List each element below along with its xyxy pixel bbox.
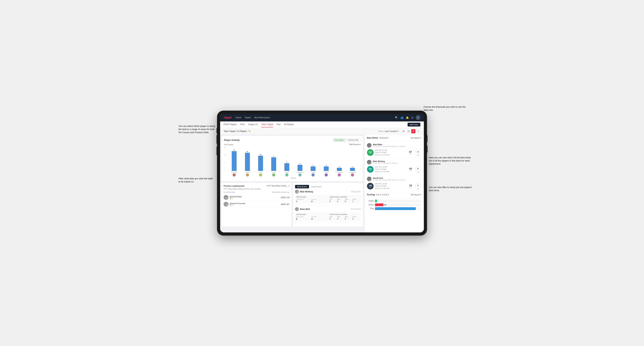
edit-icon[interactable]: ✏️ bbox=[248, 130, 251, 133]
chevron-down-icon: ▾ bbox=[388, 137, 388, 139]
tablet-side-button-2[interactable] bbox=[427, 146, 428, 153]
rounds-practice-label-2: Practice bbox=[312, 216, 326, 218]
bar-group-6[interactable]: 3 bbox=[307, 165, 320, 171]
plus-circle-icon[interactable]: ⊕ bbox=[411, 116, 413, 119]
view-icons: ⊞ ⊟ ♥ ≡ bbox=[402, 129, 420, 133]
tab-pgat-players[interactable]: PGAT Players bbox=[224, 122, 237, 127]
shot-item-1[interactable]: Matt Miller 09 Jun 2023 · Royal North De… bbox=[364, 141, 424, 158]
leaderboard-row-2[interactable]: Edward Crossman 🥈 2 18/20 107 bbox=[224, 201, 290, 208]
shot-1-chevron-icon: › bbox=[420, 144, 422, 147]
nav-home[interactable]: Home bbox=[236, 116, 241, 120]
player-pb-score-2: 18/20 bbox=[281, 203, 286, 205]
tab-team-clippd[interactable]: Team Clippd bbox=[261, 122, 273, 127]
most-active-tab[interactable]: Most Active bbox=[295, 185, 309, 188]
leaderboard-subtitle: PUTT Must Make Putting (3-6 ft), Last 3 … bbox=[224, 188, 290, 190]
nav-my-performance[interactable]: My Performance bbox=[254, 116, 270, 120]
tab-all-players[interactable]: All Players bbox=[284, 122, 294, 127]
x-label-group-9: L. Robertson bbox=[346, 172, 359, 176]
x-label-group-7: M. Miller bbox=[320, 172, 332, 176]
total-rounds-label-2: Total Rounds bbox=[296, 213, 326, 215]
bar-group-7[interactable]: 3 bbox=[320, 165, 332, 171]
shot-item-2[interactable]: Blair McHarg 23 Jul 2023 · Ashridge GC, … bbox=[364, 158, 424, 175]
player-name-1: Richard Butler bbox=[230, 195, 242, 198]
x-avatar-5 bbox=[298, 173, 302, 176]
timescale-dropdown[interactable]: Last 3 months ▾ bbox=[385, 130, 398, 132]
x-axis: B. McHargR. BrittD. FordJ. ColesE. Ebert… bbox=[226, 171, 360, 176]
bar-group-4[interactable]: 5 bbox=[280, 161, 293, 171]
chevron-down-icon: ▾ bbox=[397, 130, 398, 132]
tablet-power-button[interactable] bbox=[216, 128, 217, 133]
player-activity-card: Player Activity On Course Practice Drill… bbox=[222, 136, 363, 181]
player-details-1: Richard Butler 🏅 1 bbox=[230, 195, 242, 199]
shot-3-player-detail: 24 Aug 2023 · Royal North Devon GC, Hole… bbox=[373, 179, 419, 181]
putt-header-2: PUTT bbox=[352, 216, 360, 218]
pars-bar-container: 499 bbox=[375, 207, 422, 210]
bar-group-8[interactable]: 2 bbox=[333, 166, 346, 171]
bar-rect-8 bbox=[337, 168, 342, 171]
add-team-button[interactable]: Add Team bbox=[408, 123, 420, 127]
app-logo: clippd bbox=[224, 116, 231, 119]
bar-group-9[interactable]: 2 bbox=[346, 166, 359, 171]
shot-3-stat-1: 16 yds bbox=[408, 184, 414, 188]
least-active-tab[interactable]: Least Active bbox=[309, 185, 324, 188]
shot-2-stat-2: 0 yds bbox=[415, 166, 422, 173]
users-icon[interactable]: 👥 bbox=[400, 116, 404, 119]
view-grid2-button[interactable]: ⊟ bbox=[406, 129, 410, 133]
bell-icon[interactable]: 🔔 bbox=[406, 116, 409, 119]
rounds-data-2: Tournament Practice 8 4 bbox=[296, 216, 326, 220]
page-wrapper: Choose the timescale you wish to see the… bbox=[217, 111, 427, 236]
eagles-label: Eagles bbox=[367, 200, 374, 202]
scoring-title: Scoring bbox=[367, 193, 375, 196]
shot-2-stats: 200 SG Shot Dist: 43 ydsStart Lie: Rough… bbox=[367, 166, 422, 173]
bar-group-3[interactable]: 9 bbox=[268, 155, 280, 171]
tablet-side-button-1[interactable] bbox=[427, 135, 428, 142]
shot-2-player-name: Blair McHarg bbox=[373, 160, 419, 162]
bottom-cards: Practice Leaderboards PUTT Must Make Put… bbox=[222, 183, 363, 227]
app-value-2: 0 bbox=[337, 218, 344, 220]
rounds-practice-value-2: 4 bbox=[312, 218, 326, 220]
bar-value-7: 3 bbox=[326, 165, 326, 166]
bar-group-0[interactable]: 13 bbox=[228, 149, 240, 171]
scoring-filter-dropdown[interactable]: Par 3, 4 & 5s ▾ bbox=[376, 193, 389, 196]
x-avatar-8 bbox=[338, 173, 341, 176]
bar-rect-1 bbox=[245, 153, 250, 171]
shot-item-3[interactable]: David Ford 24 Aug 2023 · Royal North Dev… bbox=[364, 175, 424, 192]
view-grid4-button[interactable]: ⊞ bbox=[402, 129, 406, 133]
tablet-volume-down-button[interactable] bbox=[216, 147, 217, 155]
rounds-practice-value-1: 6 bbox=[312, 200, 326, 202]
user-avatar[interactable]: 👤 bbox=[416, 115, 420, 120]
view-heart-button[interactable]: ♥ bbox=[411, 129, 416, 133]
team-header: Team Clippd | 14 Players ✏️ Show: Last 3… bbox=[220, 128, 424, 135]
arg-header-2: ARG bbox=[345, 216, 352, 218]
bar-value-3: 9 bbox=[273, 155, 274, 157]
x-avatar-3 bbox=[272, 173, 275, 176]
best-shots-title: Best Shots bbox=[367, 137, 378, 139]
total-rounds-block-1: Total Rounds Tournament Practice 7 6 bbox=[295, 195, 328, 204]
practice-drills-toggle[interactable]: Practice Drills bbox=[346, 138, 360, 142]
players-filter-dropdown[interactable]: All Players ▾ bbox=[411, 137, 422, 139]
col-pb-score: PB SCORE bbox=[272, 191, 280, 193]
bar-value-6: 3 bbox=[313, 165, 314, 166]
search-icon[interactable]: 🔍 bbox=[395, 116, 398, 119]
scoring-players-dropdown[interactable]: All Players ▾ bbox=[411, 193, 422, 196]
gtt-value-1: 0 bbox=[330, 200, 337, 202]
x-name-7: M. Miller bbox=[324, 172, 328, 173]
bar-group-2[interactable]: 10 bbox=[254, 154, 267, 171]
tab-tour[interactable]: Tour bbox=[276, 122, 280, 127]
leaderboard-row-1[interactable]: Richard Butler 🏅 1 19/20 110 bbox=[224, 194, 290, 201]
tab-hcaps[interactable]: Hcaps 1-5 bbox=[248, 122, 258, 127]
annotation-left-1: You can select which player is doing the… bbox=[178, 125, 215, 134]
eagles-bar-container: 3 bbox=[375, 199, 422, 202]
chart-filter-dropdown[interactable]: Total Rounds ▾ bbox=[349, 144, 360, 145]
view-list-button[interactable]: ≡ bbox=[416, 129, 420, 133]
bar-group-5[interactable]: 4 bbox=[294, 163, 306, 171]
tablet-volume-up-button[interactable] bbox=[216, 135, 217, 144]
shots-filter-dropdown[interactable]: All Shots ▾ bbox=[380, 137, 388, 139]
shot-3-stats: 198 SG Shot Dist: 16 ydsStart Lie: Rough… bbox=[367, 183, 422, 190]
tab-pga[interactable]: PGA bbox=[240, 122, 245, 127]
nav-teams[interactable]: Teams bbox=[245, 116, 251, 120]
player-rank-2: 🥈 2 bbox=[230, 204, 245, 206]
on-course-toggle[interactable]: On Course bbox=[333, 138, 345, 142]
leaderboard-filter-dropdown[interactable]: PUTT Must Make Putting ... ▾ bbox=[267, 185, 290, 187]
bar-group-1[interactable]: 12 bbox=[241, 151, 254, 171]
